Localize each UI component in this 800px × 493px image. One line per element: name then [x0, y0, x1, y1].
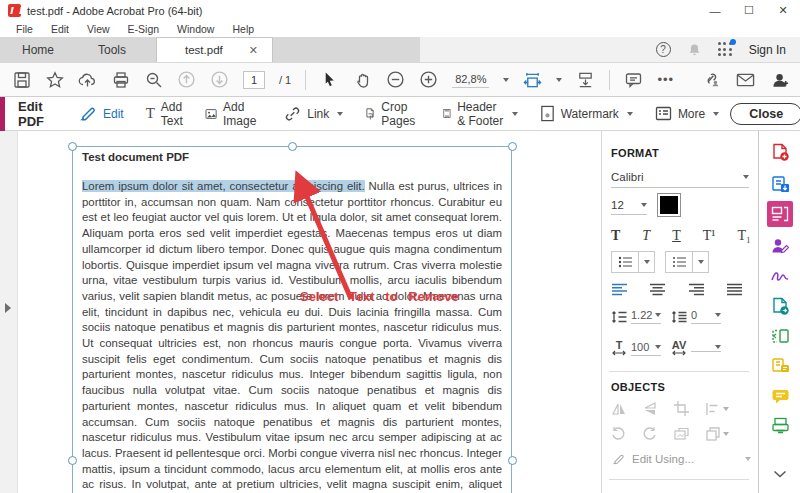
crop-object-button[interactable] — [674, 401, 689, 416]
add-image-button[interactable]: Add Image — [194, 97, 273, 131]
share-link-icon[interactable] — [701, 70, 720, 89]
email-icon[interactable] — [736, 70, 755, 89]
menu-edit[interactable]: Edit — [43, 23, 77, 35]
link-button[interactable]: Link — [273, 97, 354, 131]
left-panel-rail[interactable] — [0, 131, 18, 493]
zoom-dropdown-caret-icon[interactable] — [503, 78, 509, 82]
help-icon[interactable]: ? — [656, 42, 671, 57]
bullet-list-button[interactable] — [611, 251, 655, 273]
cloud-upload-icon[interactable] — [78, 70, 97, 89]
text-block-selection[interactable]: Test document PDF Lorem ipsum dolor sit … — [72, 146, 512, 493]
paragraph-spacing-select[interactable]: 0 — [691, 309, 721, 324]
arrange-objects-button[interactable] — [706, 427, 729, 441]
edit-pdf-tool-icon-active[interactable] — [767, 201, 793, 227]
align-left-button[interactable] — [611, 283, 628, 296]
font-color-picker[interactable] — [657, 193, 681, 217]
rotate-counterclockwise-button[interactable] — [611, 426, 626, 441]
flip-vertical-button[interactable] — [643, 402, 659, 416]
comment-icon[interactable] — [624, 70, 643, 89]
selection-handle-top-center[interactable] — [288, 142, 297, 151]
fit-width-caret-icon[interactable] — [556, 78, 562, 82]
maximize-button[interactable]: ☐ — [732, 0, 766, 21]
export-pdf-tool-icon[interactable] — [767, 171, 793, 197]
paragraph-spacing-icon — [671, 310, 687, 324]
request-signatures-tool-icon[interactable] — [767, 233, 793, 259]
save-icon[interactable] — [12, 70, 31, 89]
sign-in-button[interactable]: Sign In — [749, 43, 786, 57]
edit-mode-button[interactable]: Edit — [66, 97, 135, 131]
menu-view[interactable]: View — [79, 23, 118, 35]
fill-sign-tool-icon[interactable] — [767, 263, 793, 289]
italic-button[interactable]: T — [642, 228, 650, 244]
page-number-input[interactable]: 1 — [243, 71, 265, 89]
star-favorites-icon[interactable] — [45, 70, 64, 89]
tab-tools[interactable]: Tools — [76, 37, 148, 62]
add-text-button[interactable]: T Add Text — [135, 97, 194, 131]
selection-handle-middle-right[interactable] — [508, 456, 517, 465]
font-size-caret-icon — [641, 203, 647, 207]
print-icon[interactable] — [111, 70, 130, 89]
align-justify-button[interactable] — [726, 283, 743, 296]
selection-handle-top-right[interactable] — [508, 142, 517, 151]
close-window-button[interactable]: ✕ — [766, 0, 800, 21]
share-with-others-icon[interactable] — [771, 70, 790, 89]
numbered-list-button[interactable] — [665, 251, 709, 273]
close-edit-mode-button[interactable]: Close — [730, 103, 800, 125]
tab-home[interactable]: Home — [0, 37, 76, 62]
next-page-icon[interactable] — [210, 70, 229, 89]
scan-ocr-tool-icon[interactable] — [767, 413, 793, 439]
create-pdf-tool-icon[interactable] — [767, 139, 793, 165]
expand-left-panel-icon[interactable] — [5, 303, 11, 313]
menu-window[interactable]: Window — [169, 23, 222, 35]
previous-page-icon[interactable] — [177, 70, 196, 89]
align-right-button[interactable] — [688, 283, 705, 296]
tab-document-active[interactable]: test.pdf ✕ — [156, 37, 273, 62]
scrolling-mode-icon[interactable] — [576, 70, 595, 89]
comment-tool-icon[interactable] — [767, 383, 793, 409]
character-spacing-select[interactable] — [691, 345, 721, 352]
selection-handle-top-left[interactable] — [68, 142, 77, 151]
hand-tool-icon[interactable] — [353, 70, 372, 89]
subscript-button[interactable]: T₁ — [738, 228, 751, 244]
watermark-button[interactable]: Watermark — [529, 97, 644, 131]
notifications-bell-icon[interactable] — [687, 42, 702, 58]
header-footer-icon — [443, 105, 451, 122]
fit-width-icon[interactable] — [523, 70, 542, 89]
more-tools-chevron-icon[interactable] — [767, 461, 793, 487]
menu-file[interactable]: File — [8, 23, 41, 35]
zoom-in-icon[interactable] — [419, 70, 438, 89]
font-size-select[interactable]: 12 — [611, 199, 647, 215]
minimize-button[interactable]: — — [698, 0, 732, 21]
underline-button[interactable]: T — [672, 228, 681, 244]
zoom-out-icon[interactable] — [386, 70, 405, 89]
selection-handle-middle-left[interactable] — [68, 456, 77, 465]
font-family-select[interactable]: Calibri — [611, 171, 749, 188]
document-paragraph[interactable]: Lorem ipsum dolor sit amet, consectetur … — [82, 179, 502, 493]
highlighted-text[interactable]: Lorem ipsum dolor sit amet, consectetur … — [82, 180, 365, 192]
organize-pages-tool-icon[interactable] — [767, 323, 793, 349]
align-center-button[interactable] — [649, 283, 666, 296]
header-footer-button[interactable]: Header & Footer — [432, 97, 528, 131]
bold-button[interactable]: T — [611, 228, 620, 244]
zoom-level-value[interactable]: 82,8% — [452, 72, 489, 88]
apps-grid-icon[interactable] — [718, 42, 733, 57]
replace-image-button[interactable] — [674, 427, 690, 441]
body-text[interactable]: Nulla est purus, ultrices in porttitor i… — [82, 180, 502, 493]
rotate-clockwise-button[interactable] — [642, 426, 657, 441]
export-send-tool-icon[interactable] — [767, 293, 793, 319]
menu-esign[interactable]: E-Sign — [120, 23, 168, 35]
crop-pages-button[interactable]: Crop Pages — [354, 97, 432, 131]
superscript-button[interactable]: T¹ — [703, 228, 716, 244]
toolbar-more-icon[interactable]: ••• — [657, 72, 674, 87]
search-icon[interactable] — [144, 70, 163, 89]
menu-help[interactable]: Help — [224, 23, 262, 35]
edit-using-button[interactable]: Edit Using... — [611, 452, 751, 466]
flip-horizontal-button[interactable] — [611, 402, 627, 416]
tab-close-icon[interactable]: ✕ — [249, 44, 258, 57]
line-spacing-select[interactable]: 1.22 — [631, 309, 661, 324]
horizontal-scale-select[interactable]: 100 — [631, 341, 661, 356]
more-tools-button[interactable]: More — [644, 97, 730, 131]
select-tool-icon[interactable] — [320, 70, 339, 89]
combine-files-tool-icon[interactable] — [767, 353, 793, 379]
align-objects-button[interactable] — [705, 402, 729, 416]
